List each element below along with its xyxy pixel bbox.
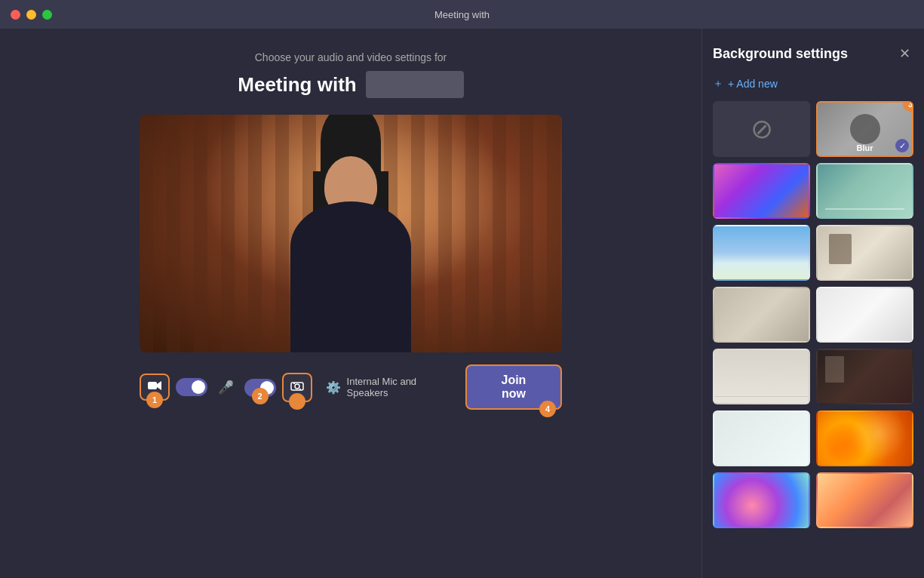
bg-header: Background settings ✕ (713, 42, 913, 65)
bg-option-none[interactable]: ⊘ (713, 101, 810, 157)
effects-control-group (282, 373, 312, 402)
bg-option-blur[interactable]: 3 Blur ✓ (816, 101, 913, 157)
maximize-window-button[interactable] (42, 10, 52, 20)
svg-rect-0 (148, 382, 157, 389)
join-button-group: Join now 4 (465, 364, 562, 410)
bg-option-office[interactable] (816, 163, 913, 219)
meeting-title-text: Meeting with (238, 73, 356, 97)
subtitle: Choose your audio and video settings for (255, 51, 447, 63)
no-bg-icon: ⊘ (751, 113, 773, 145)
window-controls (11, 10, 52, 20)
meeting-title-row: Meeting with (238, 71, 463, 98)
mic-icon: 🎤 (213, 374, 238, 401)
bg-option-dark-room[interactable] (816, 349, 913, 404)
add-new-background-button[interactable]: ＋ + Add new (713, 77, 913, 91)
badge-2: 2 (252, 388, 269, 404)
bg-title: Background settings (713, 46, 848, 62)
window-title: Meeting with (434, 9, 490, 20)
plus-icon: ＋ (713, 77, 723, 91)
close-window-button[interactable] (11, 10, 20, 20)
badge-3: 3 (903, 101, 913, 112)
background-settings-panel: Background settings ✕ ＋ + Add new ⊘ 3 Bl… (701, 29, 924, 578)
main-layout: Choose your audio and video settings for… (0, 29, 924, 578)
controls-row: 1 🎤 2 (140, 364, 562, 410)
blur-selected-check: ✓ (895, 139, 909, 152)
video-preview (140, 115, 562, 352)
bg-option-colorful[interactable] (713, 163, 810, 219)
svg-point-2 (295, 384, 299, 389)
titlebar: Meeting with (0, 0, 924, 29)
bg-option-minimalist[interactable] (713, 349, 810, 404)
join-now-label: Join now (502, 374, 526, 400)
bg-option-interior[interactable] (816, 225, 913, 281)
audio-toggle-group: 2 (244, 377, 276, 397)
svg-rect-3 (293, 383, 295, 384)
person-body (290, 201, 411, 352)
badge-4: 4 (539, 401, 556, 417)
bg-option-orange-balls[interactable] (816, 410, 913, 466)
badge-effects (289, 393, 305, 410)
minimize-window-button[interactable] (26, 10, 36, 20)
meeting-name-redacted (366, 71, 464, 98)
svg-rect-4 (299, 389, 301, 390)
badge-1: 1 (146, 392, 163, 408)
bg-option-outdoor[interactable] (713, 225, 810, 281)
bg-option-white2[interactable] (713, 410, 810, 466)
bg-option-white-room[interactable] (816, 287, 913, 343)
blur-circle (850, 114, 880, 144)
bg-option-colorful2[interactable] (713, 472, 810, 528)
add-new-label: + Add new (728, 78, 778, 90)
person-preview (268, 141, 434, 352)
bg-option-bedroom[interactable] (713, 287, 810, 343)
video-toggle[interactable] (176, 378, 207, 396)
left-panel: Choose your audio and video settings for… (0, 29, 701, 578)
background-grid: ⊘ 3 Blur ✓ (713, 101, 913, 528)
bg-option-sunset[interactable] (816, 472, 913, 528)
gear-icon: ⚙️ (326, 380, 341, 395)
audio-settings: ⚙️ Internal Mic and Speakers (326, 376, 459, 398)
audio-settings-label: Internal Mic and Speakers (347, 376, 459, 398)
close-bg-panel-button[interactable]: ✕ (896, 42, 913, 65)
camera-control-group: 1 (140, 374, 170, 401)
video-toggle-knob (192, 380, 205, 394)
